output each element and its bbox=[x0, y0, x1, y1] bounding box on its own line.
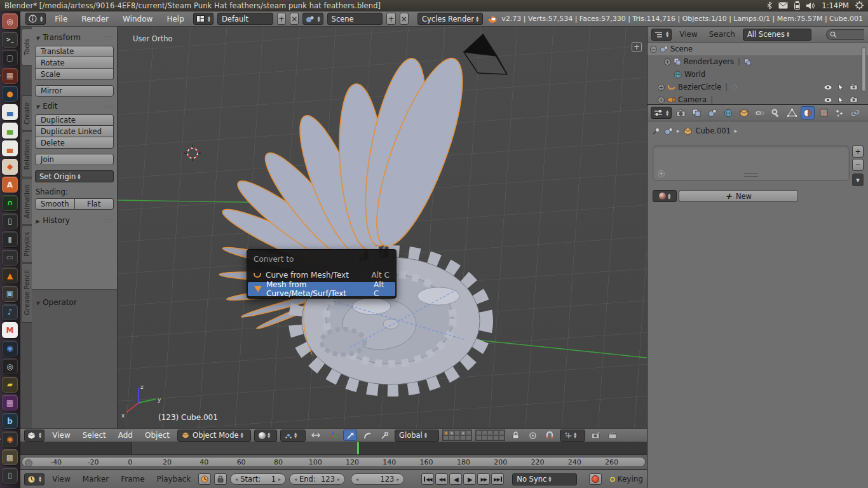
start-frame-field[interactable]: ◂Start:1▸ bbox=[230, 473, 286, 485]
expand-icon[interactable] bbox=[658, 97, 665, 104]
rotate-manipulator-toggle[interactable] bbox=[360, 430, 374, 441]
tab-texture[interactable] bbox=[817, 106, 831, 119]
volume-icon[interactable] bbox=[806, 2, 815, 10]
tab-object-data[interactable] bbox=[785, 106, 799, 119]
pivot-point-select[interactable] bbox=[280, 430, 306, 442]
menu-item-mesh-from-curve[interactable]: Mesh from Curve/Meta/Surf/Text Alt C bbox=[248, 282, 395, 296]
render-opengl-animation-button[interactable] bbox=[606, 430, 620, 441]
shade-smooth-button[interactable]: Smooth bbox=[35, 198, 75, 210]
browse-material-dropdown[interactable] bbox=[653, 190, 677, 202]
timeline-menu-frame[interactable]: Frame bbox=[116, 475, 149, 484]
record-button[interactable] bbox=[589, 473, 602, 485]
viewport-menu-view[interactable]: View bbox=[48, 431, 74, 440]
dock-item-ubuntu-software[interactable]: A bbox=[2, 177, 18, 193]
outliner-row-scene[interactable]: Scene bbox=[648, 43, 868, 55]
timeline-track[interactable] bbox=[20, 442, 647, 455]
mirror-button[interactable]: Mirror bbox=[35, 85, 114, 97]
dock-item-media-player[interactable]: ◉ bbox=[2, 341, 18, 356]
selectability-cursor-icon[interactable] bbox=[838, 84, 844, 91]
add-layout-button[interactable]: + bbox=[277, 13, 286, 25]
scene-browse-button[interactable] bbox=[302, 13, 323, 25]
current-frame-field[interactable]: ◂123▸ bbox=[351, 473, 404, 485]
snap-toggle[interactable] bbox=[543, 430, 557, 441]
join-button[interactable]: Join bbox=[35, 154, 114, 165]
session-gear-icon[interactable] bbox=[855, 1, 864, 10]
lock-to-scene-toggle[interactable] bbox=[508, 430, 522, 441]
outliner-menu-search[interactable]: Search bbox=[705, 30, 739, 39]
layers-grid-2[interactable] bbox=[475, 430, 505, 441]
dock-item-libreoffice-impress[interactable]: ▄ bbox=[2, 140, 18, 156]
mode-select[interactable]: Object Mode bbox=[177, 430, 251, 442]
auto-keyframe-toggle[interactable] bbox=[198, 473, 211, 485]
bluetooth-icon[interactable] bbox=[767, 1, 772, 10]
tab-particles[interactable] bbox=[832, 106, 846, 119]
tab-constraints[interactable] bbox=[753, 106, 767, 119]
timeline-menu-view[interactable]: View bbox=[48, 475, 74, 484]
renderability-camera-icon[interactable] bbox=[850, 84, 858, 90]
end-frame-field[interactable]: ◂End:123▸ bbox=[289, 473, 345, 485]
tab-render-layers[interactable] bbox=[689, 106, 703, 119]
tool-tab-grease-pencil[interactable]: Grease Pencil bbox=[21, 263, 32, 323]
layered-record-lock-toggle[interactable] bbox=[214, 473, 227, 485]
dock-item-mobile-device[interactable]: ▮ bbox=[2, 231, 18, 247]
menu-file[interactable]: File bbox=[50, 15, 72, 24]
outliner-menu-view[interactable]: View bbox=[675, 30, 701, 39]
dock-item-music-app[interactable]: ∩ bbox=[2, 195, 18, 211]
previous-keyframe-button[interactable]: ◀◀ bbox=[435, 473, 448, 485]
pin-icon[interactable] bbox=[653, 127, 660, 135]
next-keyframe-button[interactable]: ▶▶ bbox=[477, 473, 490, 485]
snap-element-select[interactable] bbox=[560, 430, 585, 442]
region-expand-plus-icon[interactable] bbox=[632, 42, 642, 52]
mail-icon[interactable] bbox=[778, 2, 788, 9]
clock[interactable]: 1:14PM bbox=[822, 1, 849, 10]
render-engine-select[interactable]: Cycles Render bbox=[417, 13, 483, 25]
dock-item-video-editor[interactable]: ▦ bbox=[2, 395, 18, 410]
delete-layout-button[interactable]: × bbox=[290, 13, 299, 25]
viewport-menu-add[interactable]: Add bbox=[114, 431, 137, 440]
set-origin-dropdown[interactable]: Set Origin bbox=[35, 170, 114, 182]
dock-item-libreoffice-calc[interactable]: ▄ bbox=[2, 123, 18, 139]
timeline-editor-selector[interactable] bbox=[24, 473, 44, 485]
dock-item-files[interactable]: ▢ bbox=[2, 50, 18, 65]
list-resize-grip-icon[interactable] bbox=[744, 173, 758, 177]
duplicate-button[interactable]: Duplicate bbox=[35, 114, 114, 126]
tool-tab-create[interactable]: Create bbox=[21, 95, 32, 131]
dock-item-terminal[interactable]: >_ bbox=[2, 32, 18, 48]
tab-physics[interactable] bbox=[848, 106, 862, 119]
dock-item-image-viewer[interactable]: ▩ bbox=[2, 449, 18, 465]
jump-to-start-button[interactable]: ◀◀ bbox=[421, 473, 434, 485]
history-panel-header[interactable]: History bbox=[36, 216, 113, 225]
screen-layout-field[interactable]: Default bbox=[217, 13, 273, 25]
outliner-row-beziercircle[interactable]: BezierCircle| bbox=[648, 81, 868, 93]
material-slot-list[interactable] bbox=[653, 146, 850, 181]
dock-item-firefox[interactable]: ● bbox=[2, 86, 18, 102]
timeline-menu-marker[interactable]: Marker bbox=[78, 475, 113, 484]
tool-tab-animation[interactable]: Animation bbox=[21, 178, 32, 225]
dock-item-software-center[interactable]: ◆ bbox=[2, 159, 18, 175]
transform-panel-header[interactable]: Transform bbox=[36, 33, 113, 42]
new-material-button[interactable]: New bbox=[679, 190, 798, 202]
timeline-ruler[interactable]: -40 -20 0 20 40 60 80 100 120 140 160 18… bbox=[20, 455, 647, 469]
rotate-button[interactable]: Rotate bbox=[35, 57, 114, 69]
material-specials-menu[interactable]: ▾ bbox=[852, 173, 864, 186]
dock-item-libreoffice-writer[interactable]: ▄ bbox=[2, 104, 18, 120]
dock-item-gmail[interactable]: M bbox=[2, 322, 18, 338]
remove-material-slot-button[interactable]: − bbox=[852, 159, 864, 171]
manipulator-toggle[interactable] bbox=[326, 430, 340, 441]
translate-button[interactable]: Translate bbox=[35, 46, 114, 57]
tool-tab-physics[interactable]: Physics bbox=[21, 226, 32, 262]
add-material-slot-button[interactable]: + bbox=[852, 146, 864, 158]
proportional-edit-toggle[interactable] bbox=[526, 430, 539, 441]
outliner-row-world[interactable]: World bbox=[648, 68, 868, 81]
viewport-shading-select[interactable] bbox=[254, 430, 277, 442]
dock-item-dash-home[interactable]: ◎ bbox=[2, 13, 18, 29]
expand-icon[interactable] bbox=[664, 58, 671, 65]
visibility-eye-icon[interactable] bbox=[824, 97, 832, 103]
viewport-3d[interactable]: z y x User Ortho (123) Cube.001 Convert … bbox=[118, 27, 647, 428]
properties-editor-selector[interactable] bbox=[651, 107, 672, 119]
play-reverse-button[interactable]: ◀ bbox=[449, 473, 462, 485]
dock-item-banshee[interactable]: b bbox=[2, 413, 18, 429]
timeline-menu-playback[interactable]: Playback bbox=[153, 475, 196, 484]
play-button[interactable]: ▶ bbox=[463, 473, 476, 485]
timeline-scrollbar[interactable]: -40 -20 0 20 40 60 80 100 120 140 160 18… bbox=[22, 457, 646, 467]
